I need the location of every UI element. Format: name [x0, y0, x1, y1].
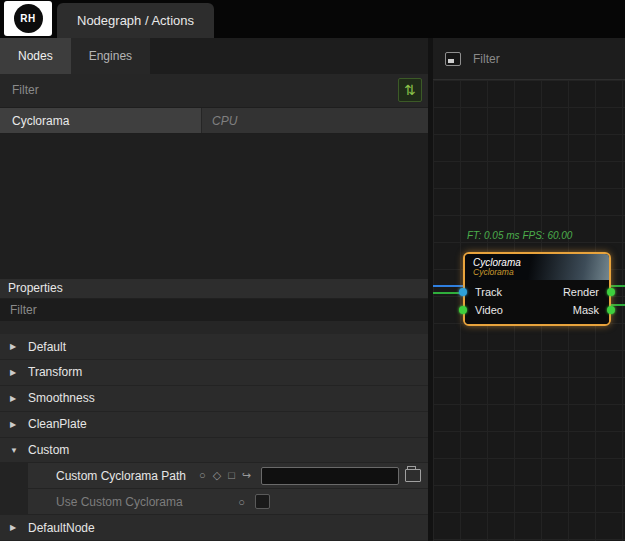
node-subtitle: Cyclorama	[473, 268, 609, 277]
node-list-row[interactable]: Cyclorama CPU	[0, 108, 428, 135]
expression-arrow-icon[interactable]: ↪	[242, 469, 251, 482]
port-render-label: Render	[563, 286, 599, 298]
prop-group-custom[interactable]: Custom	[0, 438, 428, 464]
nodegraph-canvas-panel: FT: 0.05 ms FPS: 60.00 Cyclorama Cyclora…	[433, 38, 625, 541]
wire-render-out	[611, 285, 625, 287]
port-video-label: Video	[475, 304, 503, 316]
revert-icon[interactable]: ○	[199, 469, 206, 482]
wire-track-in	[433, 285, 465, 287]
tab-nodes[interactable]: Nodes	[0, 38, 71, 74]
properties-header: Properties	[0, 279, 428, 300]
titlebar: RH Nodegraph / Actions	[0, 0, 625, 38]
port-render-dot[interactable]	[607, 288, 615, 296]
properties-gap	[0, 321, 428, 334]
app-window: RH Nodegraph / Actions Nodes Engines ⇅ C…	[0, 0, 625, 541]
expander-icon[interactable]	[10, 446, 28, 455]
prop-group-defaultnode[interactable]: DefaultNode	[0, 515, 428, 541]
port-row-1: Track Render	[465, 283, 609, 301]
port-track-label: Track	[475, 286, 502, 298]
rh-logo-icon: RH	[14, 4, 43, 33]
nodes-filter-input[interactable]	[12, 83, 398, 97]
canvas-filter-input[interactable]	[473, 52, 583, 66]
node-list-empty-area	[0, 134, 428, 278]
tab-nodegraph-actions[interactable]: Nodegraph / Actions	[57, 3, 214, 38]
properties-filter-input[interactable]	[10, 303, 428, 317]
node-name-cell: Cyclorama	[0, 108, 202, 134]
tab-engines[interactable]: Engines	[71, 38, 150, 74]
properties-filter-row	[0, 299, 428, 321]
port-mask-dot[interactable]	[607, 306, 615, 314]
main-content: Nodes Engines ⇅ Cyclorama CPU Properties	[0, 38, 625, 541]
canvas-filter-bar	[433, 38, 625, 80]
left-panel: Nodes Engines ⇅ Cyclorama CPU Properties	[0, 38, 428, 541]
port-track-dot[interactable]	[459, 288, 467, 296]
sort-icon: ⇅	[404, 83, 416, 97]
expander-icon[interactable]	[10, 342, 28, 351]
expander-icon[interactable]	[10, 420, 28, 429]
prop-custom-cyclorama-path: Custom Cyclorama Path ○ ◇ □ ↪	[0, 463, 428, 489]
node-body: Track Render Video Mask	[465, 280, 609, 324]
port-row-2: Video Mask	[465, 301, 609, 319]
fps-stats: FT: 0.05 ms FPS: 60.00	[467, 230, 572, 241]
prop-group-default[interactable]: Default	[0, 334, 428, 360]
keyframe-icon[interactable]: ◇	[213, 469, 221, 482]
expander-icon[interactable]	[10, 368, 28, 377]
nodes-filter-row: ⇅	[0, 74, 428, 108]
custom-cyclorama-path-input[interactable]	[261, 467, 399, 485]
prop-group-cleanplate[interactable]: CleanPlate	[0, 412, 428, 438]
param-state-icons: ○ ◇ □ ↪	[199, 469, 251, 482]
cyclorama-node[interactable]: Cyclorama Cyclorama Track Render	[463, 252, 611, 326]
prop-group-transform[interactable]: Transform	[0, 360, 428, 386]
folder-icon[interactable]	[405, 469, 421, 482]
param-state-icons: ○	[238, 496, 245, 508]
expander-icon[interactable]	[10, 394, 28, 403]
revert-icon[interactable]: ○	[238, 496, 245, 508]
prop-group-smoothness[interactable]: Smoothness	[0, 386, 428, 412]
app-logo[interactable]: RH	[4, 1, 52, 36]
fit-view-icon[interactable]	[445, 52, 461, 66]
sort-button[interactable]: ⇅	[398, 78, 422, 102]
prop-use-custom-cyclorama: Use Custom Cyclorama ○	[0, 489, 428, 515]
port-mask-label: Mask	[573, 304, 599, 316]
use-custom-cyclorama-checkbox[interactable]	[255, 494, 270, 509]
nodegraph-grid[interactable]: FT: 0.05 ms FPS: 60.00 Cyclorama Cyclora…	[433, 80, 625, 541]
panel-tab-bar: Nodes Engines	[0, 38, 428, 74]
port-video-dot[interactable]	[459, 306, 467, 314]
box-icon[interactable]: □	[228, 469, 235, 482]
node-header[interactable]: Cyclorama Cyclorama	[465, 254, 609, 280]
node-device-cell: CPU	[202, 108, 428, 134]
expander-icon[interactable]	[10, 523, 28, 532]
